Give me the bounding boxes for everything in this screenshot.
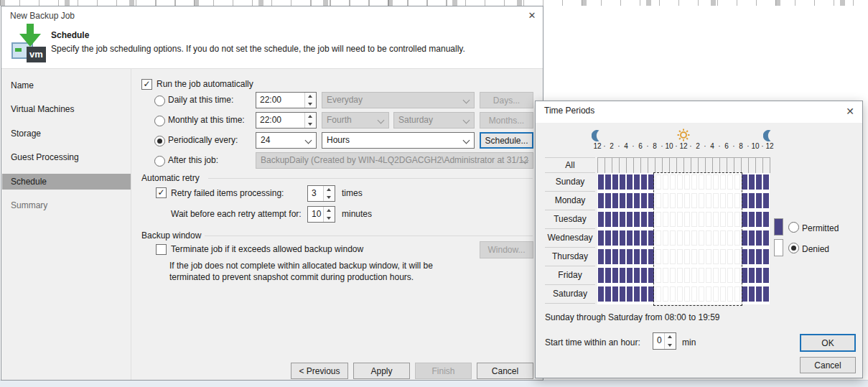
sidebar-item-name[interactable]: Name <box>2 78 131 93</box>
grid-cell[interactable] <box>620 286 625 302</box>
grid-cell[interactable] <box>734 174 740 190</box>
grid-cell[interactable] <box>742 268 747 283</box>
grid-cell[interactable] <box>663 249 668 264</box>
daily-radio[interactable] <box>154 95 165 106</box>
time-spinner[interactable] <box>304 113 316 128</box>
grid-cell[interactable] <box>648 268 654 283</box>
grid-cell[interactable] <box>612 174 618 190</box>
grid-cell[interactable] <box>756 268 762 283</box>
previous-button[interactable]: < Previous <box>291 363 348 379</box>
grid-cell[interactable] <box>763 249 769 264</box>
grid-cell[interactable] <box>706 268 711 283</box>
grid-cell[interactable] <box>749 286 755 302</box>
grid-cell[interactable] <box>706 230 711 246</box>
all-rows-button[interactable]: All <box>545 157 595 173</box>
grid-cell[interactable] <box>720 174 726 190</box>
grid-cell[interactable] <box>742 174 747 190</box>
grid-cell[interactable] <box>663 230 668 246</box>
grid-cell[interactable] <box>756 286 762 302</box>
grid-cell[interactable] <box>684 286 690 302</box>
grid-cell[interactable] <box>691 230 697 246</box>
grid-cell[interactable] <box>655 230 661 246</box>
grid-cell[interactable] <box>699 212 704 227</box>
grid-cell[interactable] <box>691 212 697 227</box>
grid-cell[interactable] <box>763 286 769 302</box>
grid-cell[interactable] <box>727 286 733 302</box>
grid-cell[interactable] <box>742 212 747 227</box>
cancel-button[interactable]: Cancel <box>477 363 533 379</box>
grid-cell[interactable] <box>684 230 690 246</box>
grid-cell[interactable] <box>634 230 640 246</box>
denied-radio[interactable] <box>788 243 799 253</box>
grid-cell[interactable] <box>605 193 611 208</box>
grid-cell[interactable] <box>634 193 640 208</box>
sidebar-item-guest-processing[interactable]: Guest Processing <box>2 149 131 165</box>
grid-cell[interactable] <box>742 249 747 264</box>
wait-minutes-input[interactable]: 10 <box>307 206 335 223</box>
grid-cell[interactable] <box>727 174 733 190</box>
day-row-button[interactable]: Tuesday <box>545 210 595 229</box>
ok-button[interactable]: OK <box>800 334 856 352</box>
grid-cell[interactable] <box>612 193 618 208</box>
grid-cell[interactable] <box>706 286 711 302</box>
grid-cell[interactable] <box>677 193 683 208</box>
grid-cell[interactable] <box>598 249 604 264</box>
grid-cell[interactable] <box>634 268 640 283</box>
grid-cell[interactable] <box>720 268 726 283</box>
grid-cell[interactable] <box>605 230 611 246</box>
grid-cell[interactable] <box>627 268 633 283</box>
grid-cell[interactable] <box>749 230 755 246</box>
grid-cell[interactable] <box>655 249 661 264</box>
count-spinner[interactable] <box>323 186 335 201</box>
grid-cell[interactable] <box>620 212 625 227</box>
after-job-radio[interactable] <box>154 156 165 167</box>
grid-cell[interactable] <box>749 268 755 283</box>
grid-cell[interactable] <box>713 193 719 208</box>
grid-cell[interactable] <box>763 212 769 227</box>
grid-cell[interactable] <box>706 174 711 190</box>
grid-cell[interactable] <box>605 268 611 283</box>
interval-unit-select[interactable]: Hours <box>322 132 475 149</box>
grid-cell[interactable] <box>670 249 676 264</box>
grid-cell[interactable] <box>627 249 633 264</box>
grid-cell[interactable] <box>742 286 747 302</box>
grid-cell[interactable] <box>749 174 755 190</box>
grid-cell[interactable] <box>620 174 625 190</box>
grid-cell[interactable] <box>763 230 769 246</box>
daily-time-input[interactable]: 22:00 <box>256 92 317 108</box>
grid-cell[interactable] <box>742 193 747 208</box>
grid-cell[interactable] <box>605 174 611 190</box>
close-icon[interactable]: ✕ <box>524 9 540 22</box>
day-row-button[interactable]: Wednesday <box>545 229 595 248</box>
grid-cell[interactable] <box>763 268 769 283</box>
grid-cell[interactable] <box>598 174 604 190</box>
apply-button[interactable]: Apply <box>353 363 410 379</box>
grid-cell[interactable] <box>699 193 704 208</box>
grid-cell[interactable] <box>699 174 704 190</box>
grid-cell[interactable] <box>641 174 647 190</box>
grid-cell[interactable] <box>627 286 633 302</box>
count-spinner[interactable] <box>323 207 335 222</box>
grid-cell[interactable] <box>727 193 733 208</box>
grid-cell[interactable] <box>648 286 654 302</box>
grid-cell[interactable] <box>691 268 697 283</box>
grid-cell[interactable] <box>655 174 661 190</box>
time-spinner[interactable] <box>304 93 316 108</box>
sidebar-item-virtual-machines[interactable]: Virtual Machines <box>2 101 131 117</box>
grid-cell[interactable] <box>655 268 661 283</box>
grid-cell[interactable] <box>727 212 733 227</box>
grid-cell[interactable] <box>756 193 762 208</box>
grid-cell[interactable] <box>756 174 762 190</box>
grid-cell[interactable] <box>670 230 676 246</box>
grid-cell[interactable] <box>612 268 618 283</box>
grid-cell[interactable] <box>699 230 704 246</box>
grid-cell[interactable] <box>598 286 604 302</box>
grid-cell[interactable] <box>663 286 668 302</box>
minutes-spinner[interactable] <box>664 333 676 349</box>
grid-cell[interactable] <box>706 212 711 227</box>
grid-cell[interactable] <box>612 286 618 302</box>
grid-cell[interactable] <box>634 286 640 302</box>
close-icon[interactable]: ✕ <box>842 105 858 118</box>
grid-cell[interactable] <box>713 230 719 246</box>
grid-cell[interactable] <box>699 268 704 283</box>
